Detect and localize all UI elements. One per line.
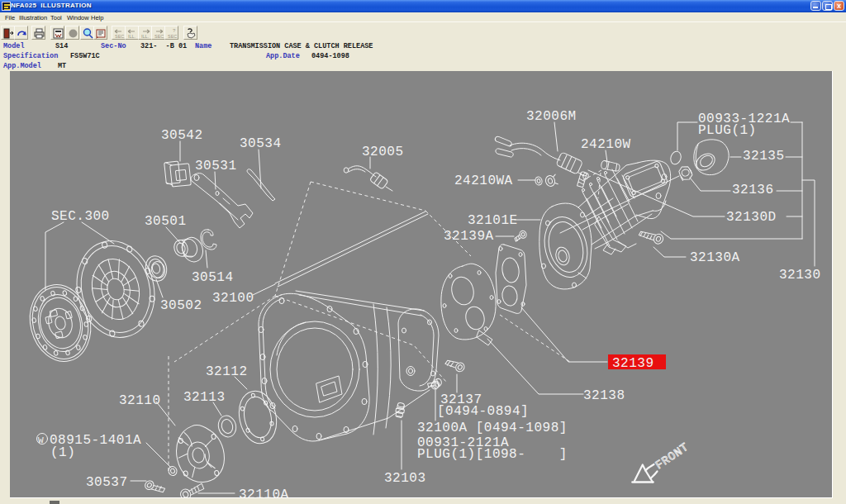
svg-text:32100: 32100 [212,291,254,306]
svg-text:32112: 32112 [206,364,248,379]
svg-text:32006M: 32006M [526,109,577,124]
svg-text:32139A: 32139A [444,229,494,244]
svg-text:32135: 32135 [743,149,785,164]
svg-text:ILL.: ILL. [141,34,150,39]
svg-text:32136: 32136 [732,183,774,197]
svg-text:32139: 32139 [612,356,654,371]
svg-text:30542: 30542 [161,128,203,143]
svg-text:32130A: 32130A [690,250,740,265]
svg-text:30531: 30531 [195,159,237,174]
svg-text:W: W [38,435,44,445]
svg-text:32103: 32103 [384,471,426,486]
svg-text:30537: 30537 [86,475,128,490]
svg-text:ILL.: ILL. [128,34,136,39]
svg-text:FRONT: FRONT [653,440,691,472]
svg-text:32113: 32113 [183,390,226,405]
svg-text:24210W: 24210W [581,137,631,152]
svg-text:32110A: 32110A [239,487,289,497]
svg-text:?: ? [173,28,176,33]
svg-text:30534: 30534 [240,136,282,151]
svg-text:32005: 32005 [362,145,404,159]
svg-text:32130D: 32130D [726,210,777,225]
svg-text:30502: 30502 [160,298,202,313]
svg-text:PLUG(1): PLUG(1) [698,123,757,138]
svg-text:32101E: 32101E [468,213,518,228]
svg-text:SEC: SEC [168,34,177,39]
svg-text:30501: 30501 [145,214,187,229]
svg-text:(1): (1) [50,445,75,460]
svg-text:30514: 30514 [192,270,234,285]
svg-text:[0494-0894]: [0494-0894] [437,404,529,419]
svg-text:PLUG(1)[1098- ]: PLUG(1)[1098- ] [417,447,568,462]
svg-text:32138: 32138 [583,388,625,403]
svg-text:SEC.300: SEC.300 [51,209,110,224]
svg-text:32110: 32110 [119,393,161,408]
svg-text:32100A [0494-1098]: 32100A [0494-1098] [417,421,568,435]
svg-text:32130: 32130 [779,268,821,283]
svg-text:24210WA: 24210WA [454,174,513,188]
